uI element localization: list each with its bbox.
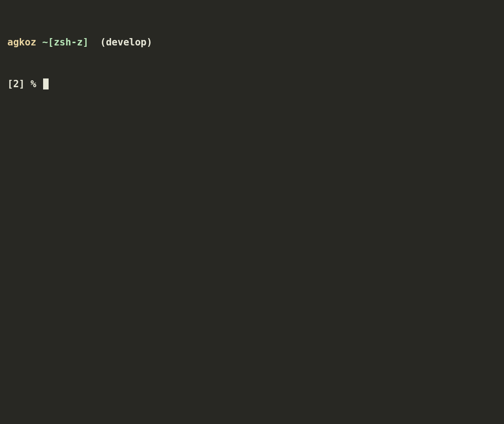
username: agkoz — [7, 37, 36, 48]
prompt-line-2: [2] % — [7, 77, 497, 91]
terminal-output[interactable]: agkoz ~[zsh-z] (develop) [2] % — [7, 7, 497, 105]
cursor-icon — [43, 78, 49, 89]
git-branch: (develop) — [100, 37, 152, 48]
prompt-symbol: % — [31, 78, 37, 89]
prompt-line-1: agkoz ~[zsh-z] (develop) — [7, 35, 497, 49]
job-count: [2] — [7, 78, 25, 89]
current-path: ~[zsh-z] — [42, 37, 89, 48]
